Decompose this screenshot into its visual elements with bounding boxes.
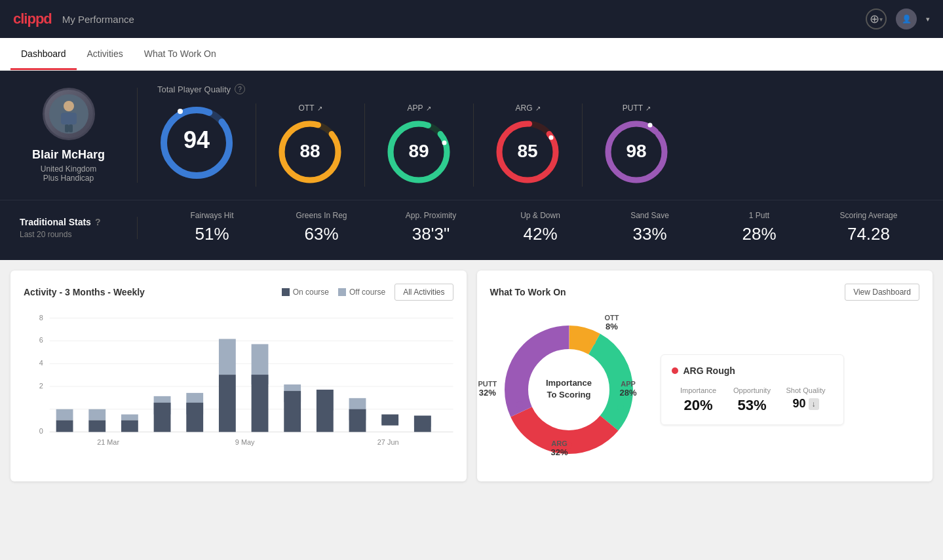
putt-segment-label: PUTT 32% [478,380,497,398]
avatar-image: 👤 [902,14,912,24]
svg-point-7 [178,109,183,114]
stat-proximity: App. Proximity 38'3" [376,211,486,244]
chart-legend: On course Off course [282,288,386,297]
gauge-app: APP ↗ 89 [365,103,474,187]
all-activities-button[interactable]: All Activities [395,284,453,301]
stat-sand-save: Sand Save 33% [595,211,704,244]
avatar-image [49,94,88,134]
player-avatar [43,88,95,140]
stats-label-area: Traditional Stats ? Last 20 rounds [20,217,138,239]
stat-1putt-value: 28% [742,224,776,244]
tab-dashboard[interactable]: Dashboard [10,39,77,70]
add-chevron: ▾ [879,16,883,23]
score-badge: ↓ [809,398,819,410]
bottom-section: Activity - 3 Months - Weekly On course O… [0,260,943,492]
arg-arrow: ↗ [535,105,541,112]
svg-rect-42 [121,420,138,432]
wtwoon-header: What To Work On View Dashboard [490,284,920,301]
chart-area: 8 6 4 2 0 [24,311,453,455]
importance-label: Importance [672,386,725,394]
svg-point-74 [516,401,523,408]
arg-segment-label: ARG 32% [551,439,568,457]
svg-rect-41 [121,415,138,420]
stat-proximity-value: 38'3" [412,224,450,244]
stat-updown-value: 42% [523,224,557,244]
info-metric-shotquality: Shot Quality 90 ↓ [779,386,833,414]
svg-rect-38 [56,420,73,432]
gauge-ott: OTT ↗ 88 [256,103,365,187]
svg-rect-50 [252,375,269,432]
chart-header: Activity - 3 Months - Weekly On course O… [24,284,453,301]
svg-rect-4 [69,124,73,132]
what-to-work-on-card: What To Work On View Dashboard [477,271,933,481]
svg-text:21 Mar: 21 Mar [97,438,119,446]
svg-point-18 [549,136,554,140]
app-label: APP ↗ [407,103,431,113]
ott-label: OTT ↗ [299,103,322,113]
stats-help-icon[interactable]: ? [95,217,101,227]
stat-fairways-hit: Fairways Hit 51% [157,211,267,244]
svg-text:85: 85 [517,141,537,161]
ott-arrow: ↗ [317,105,322,112]
svg-rect-2 [61,113,77,124]
overall-gauge-svg: 94 [157,103,236,182]
ott-gauge-svg: 88 [276,118,345,187]
player-handicap: Plus Handicap [43,174,94,183]
stat-greens: Greens In Reg 63% [267,211,376,244]
svg-text:27 Jun: 27 Jun [377,438,399,446]
tab-activities[interactable]: Activities [77,39,134,70]
legend-on-course: On course [282,288,329,297]
add-button[interactable]: ⊕ ▾ [866,9,887,29]
view-dashboard-button[interactable]: View Dashboard [845,284,919,301]
svg-rect-52 [284,391,301,432]
off-course-icon [338,288,346,296]
gauges-row: 94 OTT ↗ 88 APP ↗ [157,103,923,187]
shotquality-label: Shot Quality [779,386,833,394]
opportunity-value: 53% [725,397,779,414]
gauge-putt: PUTT ↗ 98 [583,103,691,187]
arg-gauge-svg: 85 [493,118,562,187]
svg-rect-54 [317,390,334,432]
svg-text:89: 89 [408,141,429,161]
opportunity-label: Opportunity [725,386,779,394]
svg-rect-46 [186,403,203,432]
svg-rect-44 [154,403,171,432]
svg-text:94: 94 [183,126,210,153]
svg-point-72 [617,405,624,411]
putt-arrow: ↗ [645,105,651,112]
stat-sandsave-label: Sand Save [630,211,669,220]
page-title: My Performance [62,14,134,25]
info-card-title: ARG Rough [672,365,833,376]
svg-rect-56 [349,409,366,432]
svg-text:8: 8 [39,314,43,322]
putt-gauge-svg: 98 [602,118,671,187]
stat-1putt: 1 Putt 28% [704,211,814,244]
svg-rect-58 [381,415,398,426]
svg-rect-37 [56,409,73,420]
profile-avatar[interactable]: 👤 [896,9,917,29]
svg-text:4: 4 [39,359,43,367]
stat-sandsave-value: 33% [632,224,666,244]
stats-section: Traditional Stats ? Last 20 rounds Fairw… [0,200,943,260]
stats-subtitle: Last 20 rounds [20,230,117,239]
logo[interactable]: clippd [13,10,52,28]
player-country: United Kingdom [41,164,96,174]
quality-section: Total Player Quality ? 94 OTT ↗ [138,84,923,187]
tab-what-to-work-on[interactable]: What To Work On [134,39,227,70]
donut-chart-area: Importance To Scoring OTT 8% [490,311,647,468]
bar-chart-svg: 8 6 4 2 0 [24,311,453,455]
svg-text:0: 0 [39,427,43,435]
svg-rect-60 [414,416,431,432]
help-icon[interactable]: ? [235,84,245,94]
stat-fairways-label: Fairways Hit [190,211,233,220]
header: clippd My Performance ⊕ ▾ 👤 ▾ [0,0,943,38]
app-gauge-svg: 89 [385,118,453,187]
svg-text:98: 98 [626,141,646,161]
activity-chart-card: Activity - 3 Months - Weekly On course O… [10,271,467,481]
ott-segment-label: OTT 8% [605,314,619,331]
player-info: Blair McHarg United Kingdom Plus Handica… [20,88,138,183]
chart-title: Activity - 3 Months - Weekly [24,287,145,297]
svg-text:88: 88 [299,141,320,161]
stat-1putt-label: 1 Putt [749,211,769,220]
info-card: ARG Rough Importance 20% Opportunity 53%… [661,354,844,425]
